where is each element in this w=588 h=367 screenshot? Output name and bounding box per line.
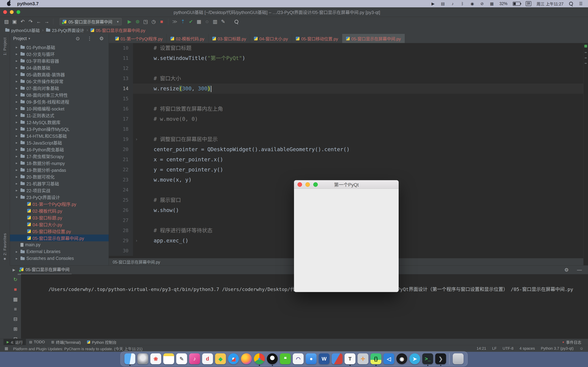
dock-app-alfred[interactable]: ◠ <box>293 353 304 364</box>
tree-item[interactable]: ▸12-MySQL数据库 <box>10 119 109 125</box>
skip-icon[interactable]: ≫ <box>171 19 179 25</box>
tree-item[interactable]: ▸15-JavaScript基础 <box>10 139 109 146</box>
tree-item[interactable]: ▸11-正则表达式 <box>10 112 109 119</box>
battery-percent[interactable]: 32% <box>500 1 508 6</box>
dock-app-utility-app[interactable]: ✛ <box>357 353 368 364</box>
tree-item[interactable]: ▸Scratches and Consoles <box>10 255 109 262</box>
debug-icon[interactable]: ⊚ <box>134 19 142 25</box>
tree-item[interactable]: ▸09-多任务-线程和进程 <box>10 98 109 105</box>
battery-icon[interactable] <box>513 2 520 6</box>
editor-tab[interactable]: 05-窗口显示在屏幕中间.py <box>342 34 405 43</box>
stripe-favorites-button[interactable]: ★ 2: Favorites <box>3 233 7 261</box>
pyqt-minimize-button[interactable] <box>305 182 310 187</box>
dock-app-iterm[interactable]: ❯ <box>435 353 446 364</box>
tree-item[interactable]: main.py <box>10 241 109 248</box>
tree-item[interactable]: 03-窗口标题.py <box>10 214 109 221</box>
dock-app-launchpad[interactable] <box>137 353 148 364</box>
notification-center-icon[interactable]: ☰ <box>579 1 583 6</box>
vpn-icon[interactable]: ⊘ <box>480 1 484 6</box>
tree-item[interactable]: ▸10-网络编程-socket <box>10 105 109 112</box>
dock-app-obs[interactable]: ◉ <box>396 353 407 364</box>
toolwindow-event-log[interactable]: ●事件日志 <box>559 339 585 345</box>
apple-menu-icon[interactable] <box>7 1 11 6</box>
run-configuration-select[interactable]: 05-窗口显示在屏幕中间 ▾ <box>60 18 122 25</box>
toolwindow-terminal[interactable]: ▥终端(Terminal) <box>48 339 84 345</box>
pyqt-zoom-button[interactable] <box>313 182 318 187</box>
expand-icon[interactable]: ⊞ <box>11 326 19 332</box>
tree-item[interactable]: ▸18-数据分析-numpy <box>10 159 109 166</box>
tree-item[interactable]: 05-窗口移动位置.py <box>10 228 109 234</box>
hector-inspector-icon[interactable]: ☺ <box>579 346 583 351</box>
tree-item[interactable]: ▸02-分支与循环 <box>10 50 109 57</box>
restore-layout-icon[interactable]: ▦ <box>11 296 19 302</box>
grid-icon[interactable]: ▦ <box>195 19 203 25</box>
tree-item[interactable]: ▸20-数据可视化 <box>10 173 109 180</box>
dock-app-dash[interactable]: d <box>202 353 213 364</box>
caret-position[interactable]: 14:21 <box>476 346 486 351</box>
rerun-icon[interactable]: ↻ <box>11 277 19 283</box>
dock-app-typora[interactable]: T <box>345 353 355 364</box>
forward-icon[interactable]: → <box>43 19 51 25</box>
tree-item[interactable]: 05-窗口显示在屏幕中间.py <box>10 234 109 241</box>
dock-app-cloud-app[interactable]: ● <box>306 353 317 364</box>
save-all-icon[interactable]: ▣ <box>10 19 18 25</box>
stop-icon[interactable]: ■ <box>158 19 166 25</box>
frontmost-app-name[interactable]: python3.7 <box>17 1 39 7</box>
more-icon[interactable]: ⋮ <box>86 36 94 42</box>
dock-app-textedit[interactable]: ✎ <box>176 353 187 364</box>
tree-item[interactable]: 02-模板代码.py <box>10 207 109 214</box>
tree-item[interactable]: ▸13-Python操作MySQL <box>10 125 109 132</box>
input-method-icon[interactable]: 拼 <box>526 1 531 6</box>
toolwindow-toggle-icon[interactable]: ▦ <box>5 346 8 351</box>
dock-app-vscode[interactable]: ◁ <box>383 353 394 364</box>
clock[interactable]: 周三 上午11:27 <box>536 1 563 7</box>
dock-app-word[interactable]: W <box>319 353 329 364</box>
editor-tab[interactable]: 01-第一个PyQt程序.py <box>111 34 167 43</box>
editor-tab[interactable]: 02-模板代码.py <box>167 34 208 43</box>
wifi-icon[interactable]: ◉ <box>470 1 475 6</box>
tree-item[interactable]: ▸08-面向对象三大特性 <box>10 92 109 98</box>
dock-app-telegram[interactable]: ➤ <box>409 353 420 364</box>
close-window-button[interactable] <box>3 10 7 14</box>
run-icon[interactable]: ▶ <box>125 19 134 25</box>
tree-item[interactable]: ▸17-爬虫框架Scrapy <box>10 153 109 159</box>
dock-app-qq[interactable] <box>267 353 278 364</box>
undo-icon[interactable]: ↶ <box>18 19 26 25</box>
check-icon[interactable]: ✔ <box>187 19 195 25</box>
editor-breadcrumb[interactable]: 05-窗口显示在屏幕中间.py <box>113 259 160 265</box>
hide-panel-icon[interactable]: — <box>575 267 583 273</box>
dock-app-finder[interactable] <box>124 353 135 364</box>
dock-app-music-app[interactable]: ♪ <box>189 353 200 364</box>
stop-run-icon[interactable]: ■ <box>11 287 19 292</box>
tree-item[interactable]: ▸14-HTML和CSS基础 <box>10 132 109 139</box>
run-settings-icon[interactable]: ⚙ <box>562 267 571 273</box>
back-icon[interactable]: ← <box>35 19 43 25</box>
python-interpreter[interactable]: Python 3.7 (py3-qt) <box>541 346 573 351</box>
pyqt-app-window[interactable]: 第一个PyQt <box>294 180 399 292</box>
dock-app-pdf-app[interactable] <box>332 353 343 364</box>
tree-item[interactable]: ▸01-Python基础 <box>10 44 109 50</box>
breadcrumb-item[interactable]: pythonGUI基础 <box>5 27 40 33</box>
zoom-window-button[interactable] <box>17 10 20 14</box>
tree-item[interactable]: ▸06-文件操作和异常 <box>10 78 109 84</box>
tree-item[interactable]: ▸16-Python爬虫基础 <box>10 146 109 153</box>
indent-style[interactable]: 4 spaces <box>519 346 535 351</box>
editor-error-stripe[interactable] <box>583 43 588 258</box>
toolwindow-run[interactable]: ▶4: 运行 <box>3 339 26 345</box>
file-encoding[interactable]: UTF-8 <box>503 346 513 351</box>
coverage-icon[interactable]: ◳ <box>142 19 150 25</box>
editor-tab[interactable]: 04-窗口大小.py <box>250 34 292 43</box>
dock-trash[interactable] <box>453 353 464 364</box>
options-icon[interactable]: ≡ <box>11 306 19 312</box>
settings-icon[interactable]: ⚙ <box>97 36 105 42</box>
attach-icon[interactable]: ⇡ <box>179 19 187 25</box>
pyqt-close-button[interactable] <box>297 182 302 187</box>
pen-icon[interactable]: ✎ <box>219 19 227 25</box>
tree-item[interactable]: 04-窗口大小.py <box>10 221 109 228</box>
dock-app-wechat-devtools[interactable]: {} <box>371 353 381 364</box>
dock-app-chrome[interactable]: ● <box>254 353 265 364</box>
line-separator[interactable]: LF <box>492 346 497 351</box>
tree-item[interactable]: ▸05-函数高级-装饰器 <box>10 71 109 78</box>
breadcrumb-item[interactable]: 05-窗口显示在屏幕中间.py <box>90 27 146 33</box>
dock-app-firefox[interactable] <box>241 353 252 364</box>
